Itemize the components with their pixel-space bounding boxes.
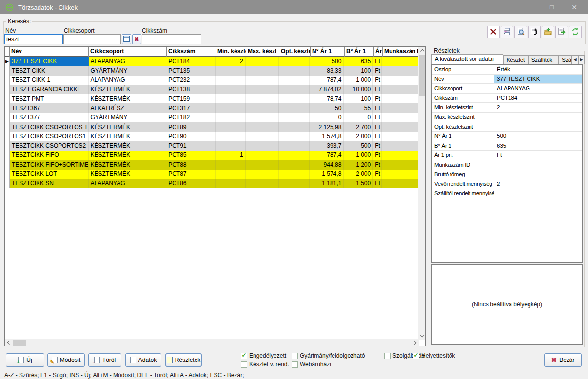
- -j-button[interactable]: +Új: [6, 353, 44, 367]
- checkbox-box[interactable]: [241, 361, 247, 368]
- table-row[interactable]: TESZTCIKK FIFOKÉSZTERMÉKPCT851787,41 000…: [5, 151, 419, 160]
- checkbox-box[interactable]: [292, 353, 298, 359]
- table-row[interactable]: TESZT CIKK 1ALAPANYAGPCT232787,41 000Ft: [5, 76, 419, 85]
- column-header[interactable]: Ár: [374, 47, 383, 57]
- grid-cell: 2 125,98: [310, 122, 344, 132]
- table-row[interactable]: TESZTCIKK CSOPORTOS2KÉSZTERMÉKPCT91393,7…: [5, 141, 419, 151]
- table-row[interactable]: TESZT367ALKATRÉSZPCT3175055Ft: [5, 103, 419, 113]
- details-row[interactable]: CikkcsoportALAPANYAG: [432, 84, 582, 94]
- grid-cell: [382, 94, 414, 103]
- tab-selected-row-data[interactable]: A kiválasztott sor adatai: [431, 54, 503, 64]
- details-field-label: Bruttó tömeg: [432, 170, 494, 179]
- search-code-input[interactable]: [142, 34, 201, 44]
- details-row[interactable]: Min. készletszint2: [432, 103, 582, 113]
- column-header[interactable]: B° Ár 1: [345, 47, 374, 57]
- details-row[interactable]: Munkaszám ID: [432, 160, 582, 170]
- grid-cell: [246, 151, 279, 160]
- details-row[interactable]: CikkszámPCT184: [432, 94, 582, 103]
- table-row[interactable]: TESZT377GYÁRTMÁNYPCT18200Ft: [5, 113, 419, 122]
- checkbox-box[interactable]: [292, 361, 298, 368]
- print-button[interactable]: [501, 26, 513, 38]
- r-szletek-button[interactable]: Részletek: [165, 353, 202, 367]
- table-row[interactable]: TESZTCIKK CSOPORTOS TERMÉKKÉSZTERMÉKPCT8…: [5, 122, 419, 132]
- data-page-icon: [130, 357, 136, 363]
- table-row[interactable]: TESZT GARANCIA CIKKEKÉSZTERMÉKPCT1387 87…: [5, 85, 419, 94]
- scroll-up-icon[interactable]: [418, 47, 426, 54]
- details-field-label: Cikkcsoport: [432, 84, 494, 93]
- tab-scroll-right-icon[interactable]: ▶: [578, 55, 585, 64]
- export-button[interactable]: [555, 26, 568, 38]
- t-r-l-button[interactable]: −Töröl: [88, 353, 121, 367]
- search-name-input[interactable]: [4, 34, 63, 44]
- details-row[interactable]: Név377 TESZT CIKK: [432, 75, 582, 84]
- table-row[interactable]: TESZTCIKK LOTKÉSZTERMÉKPCT871 574,82 000…: [5, 170, 419, 179]
- checkbox-enged-lyezett[interactable]: ✓Engedélyezett: [241, 352, 286, 359]
- table-row[interactable]: TESZT PMTKÉSZTERMÉKPCT15978,74100Ft: [5, 94, 419, 103]
- checkbox-box[interactable]: [384, 353, 391, 359]
- scroll-down-icon[interactable]: [418, 332, 426, 340]
- checkbox-web-ruh-zi[interactable]: Webáruházi: [292, 361, 331, 368]
- details-page-icon: [167, 357, 173, 363]
- table-row[interactable]: TESZTCIKK CSOPORTOS1KÉSZTERMÉKPCT901 574…: [5, 132, 419, 141]
- m-dos-t-button[interactable]: ✎Módosít: [47, 353, 85, 367]
- grid-cell: GYÁRTMÁNY: [89, 113, 167, 122]
- table-row[interactable]: TESZTCIKK FIFO+SORTIMENTKÉSZTERMÉKPCT889…: [5, 160, 419, 169]
- column-header[interactable]: Cikkszám: [167, 47, 216, 57]
- grid-cell: [279, 57, 310, 66]
- export-document-button[interactable]: [528, 26, 541, 38]
- details-table-header: Oszlop Érték: [432, 65, 582, 75]
- column-header[interactable]: Cikkcsoport: [89, 47, 167, 57]
- search-group-input[interactable]: [63, 34, 121, 44]
- details-row[interactable]: B° Ár 1635: [432, 141, 582, 151]
- checkbox-helyettes-t-k[interactable]: ✓Helyettesítők: [413, 352, 455, 359]
- tab-sz-ll-t-k[interactable]: Szállítók: [528, 55, 559, 64]
- details-row[interactable]: Ár 1 pn.Ft: [432, 151, 582, 160]
- grid-cell: [216, 113, 246, 122]
- details-row[interactable]: Szállítói rendelt mennyiség: [432, 189, 582, 199]
- scroll-left-icon[interactable]: [5, 339, 12, 346]
- scroll-right-icon[interactable]: [412, 339, 419, 346]
- horizontal-scrollbar[interactable]: [5, 339, 419, 346]
- vscroll-thumb[interactable]: [419, 55, 425, 96]
- column-header[interactable]: Opt. készle: [279, 47, 311, 57]
- details-row[interactable]: Max. készletszint: [432, 113, 582, 122]
- checkbox-box[interactable]: ✓: [413, 353, 419, 359]
- name-field-label: Név: [5, 27, 16, 34]
- refresh-button[interactable]: [569, 26, 582, 38]
- grid-cell: [279, 122, 310, 132]
- row-selector-cell: [5, 141, 10, 151]
- hscroll-thumb[interactable]: [13, 340, 26, 346]
- details-row[interactable]: Vevői rendelt mennyiség2: [432, 179, 582, 189]
- close-window-button[interactable]: ✖ Bezár: [544, 353, 582, 367]
- details-row[interactable]: Opt. készletszint: [432, 122, 582, 132]
- tab-sz-ll-t-i-ren[interactable]: Szállítói ren: [558, 55, 572, 64]
- details-row[interactable]: Bruttó tömeg: [432, 170, 582, 180]
- grid-cell: [216, 122, 246, 132]
- tab-k-szlet[interactable]: Készlet: [503, 55, 528, 64]
- column-header[interactable]: Név: [10, 47, 89, 57]
- checkbox-k-szlet-v-rend-[interactable]: Készlet v. rend.: [241, 361, 289, 368]
- clear-filter-button[interactable]: [487, 26, 500, 38]
- open-folder-button[interactable]: [542, 26, 554, 38]
- vertical-scrollbar[interactable]: [418, 47, 425, 340]
- checkbox-box[interactable]: ✓: [241, 353, 247, 359]
- column-header[interactable]: N° Ár 1: [311, 47, 345, 57]
- checkbox-gy-rtm-ny-feldolgozhat-[interactable]: Gyártmány/feldolgozható: [292, 352, 365, 359]
- print-preview-button[interactable]: [514, 26, 527, 38]
- column-header[interactable]: [5, 47, 10, 57]
- group-lookup-button[interactable]: [122, 34, 131, 44]
- table-row[interactable]: ▶377 TESZT CIKKALAPANYAGPCT1842500635Ft: [5, 57, 419, 66]
- adatok-button[interactable]: Adatok: [125, 353, 161, 367]
- row-selector-cell: [5, 151, 10, 160]
- close-button[interactable]: ✕: [568, 2, 581, 12]
- maximize-button[interactable]: □: [546, 2, 558, 12]
- details-row[interactable]: N° Ár 1500: [432, 132, 582, 141]
- grid-cell: 393,7: [310, 141, 344, 151]
- column-header[interactable]: Min. készle: [216, 47, 246, 57]
- tab-scroll-left-icon[interactable]: ◀: [572, 55, 578, 64]
- column-header[interactable]: Max. készl: [246, 47, 279, 57]
- table-row[interactable]: TESZT CIKKGYÁRTMÁNYPCT13583,33100Ft: [5, 66, 419, 75]
- group-clear-button[interactable]: ✖: [132, 34, 141, 44]
- column-header[interactable]: Munkaszám: [383, 47, 415, 57]
- table-row[interactable]: TESZTCIKK SNALAPANYAGPCT861 181,11 500Ft: [5, 179, 419, 188]
